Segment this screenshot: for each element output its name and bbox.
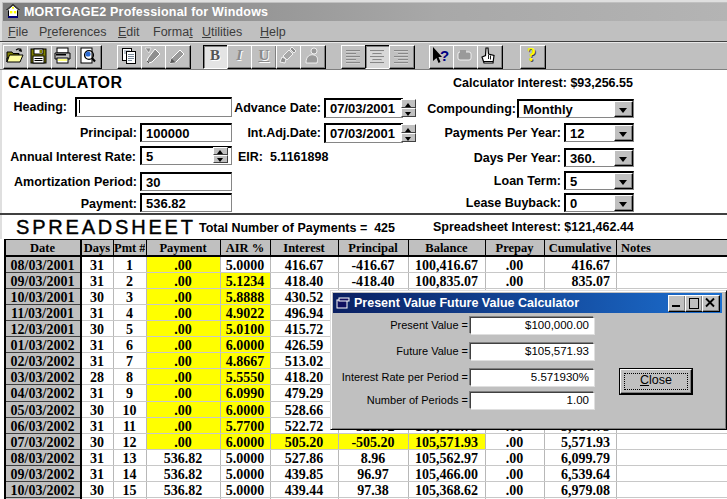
svg-text:?: ? xyxy=(440,47,449,64)
